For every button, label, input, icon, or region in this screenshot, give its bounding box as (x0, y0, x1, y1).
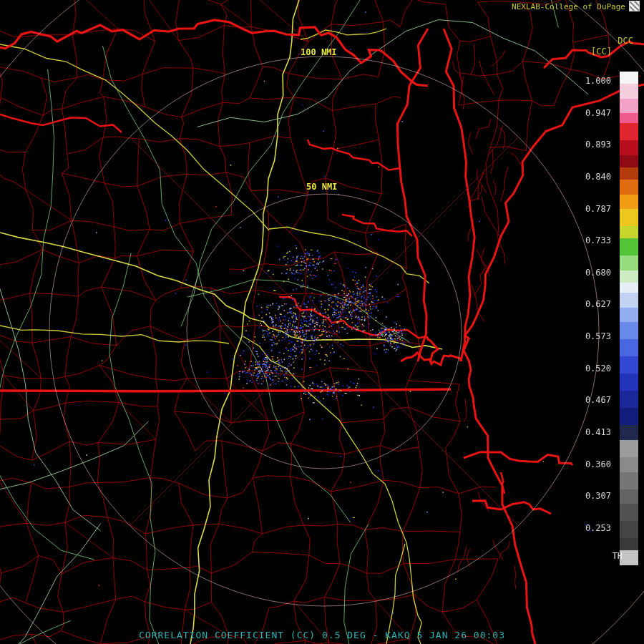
range-ring-label-100: 100 NMI (301, 47, 337, 57)
colorbar-segment (620, 255, 638, 270)
colorbar-tick-label: 0.787 (585, 204, 611, 214)
colorbar-threshold-label: TH (613, 551, 623, 561)
colorbar-segment (620, 457, 638, 472)
colorbar-segment (620, 226, 638, 238)
colorbar-tick-label: 0.573 (585, 331, 611, 341)
colorbar-segment (620, 504, 638, 521)
colorbar-tick-label: 0.627 (585, 299, 611, 309)
colorbar-segment (620, 180, 638, 195)
colorbar-segment (620, 140, 638, 155)
colorbar-segment (620, 283, 638, 293)
colorbar-segment (620, 472, 638, 489)
cod-logo-icon (630, 1, 639, 11)
colorbar-segment (620, 339, 638, 356)
colorbar-units: [CC] (591, 47, 612, 57)
colorbar-tick-label: 0.733 (585, 235, 611, 245)
colorbar-tick-label: 0.413 (585, 427, 611, 437)
attribution-text: NEXLAB-College of DuPage (512, 2, 625, 11)
colorbar-segment (620, 489, 638, 504)
colorbar-segment (620, 440, 638, 457)
colorbar-tick-label: 0.307 (585, 491, 611, 501)
colorbar-title: DCC (618, 36, 633, 46)
radar-viewer: NEXLAB-College of DuPage DCC [CC] 1.0000… (0, 0, 644, 644)
colorbar-segment (620, 113, 638, 123)
colorbar (620, 72, 638, 565)
colorbar-segment (620, 99, 638, 114)
colorbar-tick-label: 0.840 (585, 172, 611, 182)
colorbar-segment (620, 72, 638, 84)
colorbar-tick-label: 0.520 (585, 364, 611, 374)
colorbar-segment (620, 123, 638, 140)
colorbar-segment (620, 293, 638, 308)
colorbar-tick-label: 0.947 (585, 108, 611, 118)
colorbar-tick-label: 0.680 (585, 268, 611, 278)
colorbar-segment (620, 374, 638, 391)
colorbar-segment (620, 209, 638, 226)
colorbar-tick-label: 0.467 (585, 395, 611, 405)
colorbar-segment (620, 270, 638, 283)
colorbar-tick-label: 1.000 (585, 76, 611, 86)
colorbar-segment (620, 155, 638, 167)
colorbar-segment (620, 408, 638, 425)
radar-map-canvas (0, 0, 644, 644)
colorbar-tick-label: 0.893 (585, 140, 611, 150)
colorbar-segment (620, 238, 638, 255)
colorbar-segment (620, 308, 638, 323)
product-caption: CORRELATION COEFFICIENT (CC) 0.5 DEG - K… (0, 630, 644, 640)
colorbar-segment (620, 167, 638, 180)
colorbar-segment (620, 391, 638, 408)
colorbar-segment (620, 356, 638, 374)
colorbar-segment (620, 84, 638, 99)
colorbar-segment (620, 195, 638, 210)
range-ring-label-50: 50 NMI (306, 182, 337, 192)
colorbar-segment (620, 521, 638, 538)
colorbar-segment (620, 538, 638, 550)
colorbar-segment (620, 425, 638, 440)
colorbar-tick-label: 0.253 (585, 523, 611, 533)
colorbar-segment (620, 322, 638, 339)
colorbar-tick-label: 0.360 (585, 459, 611, 469)
